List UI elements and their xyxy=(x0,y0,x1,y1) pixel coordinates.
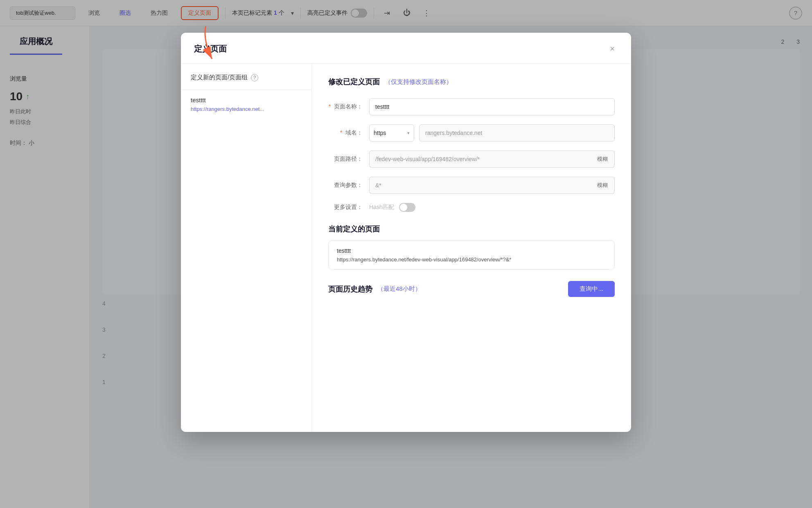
page-name-row: * 页面名称： xyxy=(328,98,615,115)
modal-close-button[interactable]: × xyxy=(607,43,618,55)
protocol-select[interactable]: https ▾ xyxy=(369,124,414,142)
domain-input[interactable] xyxy=(419,124,615,142)
hash-setting-group: Hash匹配 xyxy=(369,203,615,212)
new-page-help-icon[interactable]: ? xyxy=(251,74,258,81)
query-button[interactable]: 查询中... xyxy=(568,281,615,297)
edit-section-subtitle: （仅支持修改页面名称） xyxy=(385,78,452,86)
history-title-group: 页面历史趋势 （最近48小时） xyxy=(328,284,421,294)
protocol-value: https xyxy=(374,130,386,136)
modal-dialog: 定义页面 × 定义新的页面/页面组 ? testttt https://rang… xyxy=(181,33,631,432)
modal-right-panel: 修改已定义页面 （仅支持修改页面名称） * 页面名称： * 域名： xyxy=(312,64,631,432)
page-path-row: 页面路径： 模糊 xyxy=(328,151,615,168)
defined-page-url: https://rangers.bytedance.net/fedev-web-… xyxy=(337,256,606,263)
more-settings-row: 更多设置： Hash匹配 xyxy=(328,203,615,212)
page-path-input[interactable] xyxy=(369,151,591,168)
required-star-2: * xyxy=(340,129,342,136)
domain-label: * 域名： xyxy=(328,129,369,137)
page-list-item[interactable]: testttt https://rangers.bytedance.net... xyxy=(181,90,311,119)
domain-row: * 域名： https ▾ xyxy=(328,124,615,142)
edit-section-title: 修改已定义页面 xyxy=(328,77,380,87)
domain-input-group: https ▾ xyxy=(369,124,615,142)
path-fuzzy-button[interactable]: 模糊 xyxy=(591,151,615,168)
modal-header: 定义页面 × xyxy=(181,33,631,64)
required-star: * xyxy=(329,103,331,110)
history-trend-section: 页面历史趋势 （最近48小时） 查询中... xyxy=(328,281,615,297)
modal-left-header: 定义新的页面/页面组 ? xyxy=(181,74,311,90)
modal-title: 定义页面 xyxy=(194,43,227,54)
query-fuzzy-button[interactable]: 模糊 xyxy=(591,177,615,194)
hash-label: Hash匹配 xyxy=(369,204,394,211)
page-path-label: 页面路径： xyxy=(328,155,369,163)
history-title: 页面历史趋势 xyxy=(328,284,372,294)
page-name-label: * 页面名称： xyxy=(328,103,369,110)
path-input-group: 模糊 xyxy=(369,151,615,168)
hash-toggle[interactable] xyxy=(399,203,415,212)
current-pages-title: 当前定义的页面 xyxy=(328,224,615,234)
query-params-label: 查询参数： xyxy=(328,182,369,189)
query-params-input[interactable] xyxy=(369,177,591,194)
page-item-url: https://rangers.bytedance.net... xyxy=(191,106,302,112)
history-subtitle: （最近48小时） xyxy=(377,285,421,293)
edit-section-heading: 修改已定义页面 （仅支持修改页面名称） xyxy=(328,77,615,87)
page-item-name: testttt xyxy=(191,97,302,103)
query-input-group: 模糊 xyxy=(369,177,615,194)
query-params-row: 查询参数： 模糊 xyxy=(328,177,615,194)
current-pages-section: 当前定义的页面 testttt https://rangers.bytedanc… xyxy=(328,224,615,270)
protocol-chevron-icon: ▾ xyxy=(407,130,410,136)
defined-page-card: testttt https://rangers.bytedance.net/fe… xyxy=(328,241,615,270)
history-header: 页面历史趋势 （最近48小时） 查询中... xyxy=(328,281,615,297)
page-name-input[interactable] xyxy=(369,98,615,115)
more-settings-label: 更多设置： xyxy=(328,204,369,211)
new-page-label: 定义新的页面/页面组 xyxy=(191,74,248,81)
defined-page-name: testttt xyxy=(337,247,606,254)
modal-left-panel: 定义新的页面/页面组 ? testttt https://rangers.byt… xyxy=(181,64,312,432)
modal-body: 定义新的页面/页面组 ? testttt https://rangers.byt… xyxy=(181,64,631,432)
